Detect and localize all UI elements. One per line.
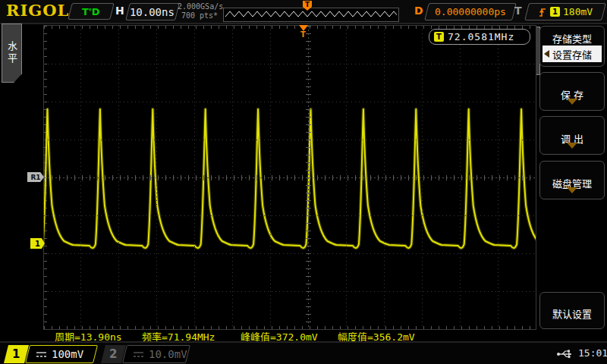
trigger-status-text: T'D	[82, 6, 100, 17]
gridline	[44, 215, 536, 216]
clock: 15:01	[578, 347, 607, 359]
gridline	[44, 140, 536, 140]
ch1-scale-value: 100mV	[52, 348, 83, 360]
reference-position-marker[interactable]: R1	[27, 172, 44, 182]
sample-rate: 2.000GSa/s	[178, 2, 222, 11]
ch2-scale-indicator[interactable]: 10.0mV	[122, 345, 190, 363]
ch1-scale-indicator[interactable]: 100mV	[25, 345, 98, 363]
memory-depth: 700 pts*	[178, 11, 222, 20]
waveform-display-area	[43, 25, 536, 330]
dc-coupling-icon	[133, 351, 144, 358]
gridline	[44, 253, 536, 254]
storage-type-label: 存储类型	[540, 31, 604, 46]
frequency-counter: T 72.0581MHz	[429, 29, 530, 45]
timebase-badge[interactable]: 10.00ns	[125, 3, 180, 20]
menu-item-storage-type[interactable]: 存储类型 设置存储	[539, 26, 605, 67]
usb-icon	[556, 349, 574, 359]
trigger-settings-badge[interactable]: 1 180mV	[524, 3, 606, 20]
tab-horizontal-menu[interactable]: 水平	[2, 24, 22, 83]
menu-item-disk-manage[interactable]: 磁盘管理	[539, 161, 605, 199]
acquisition-info: 2.000GSa/s 700 pts*	[178, 2, 222, 20]
menu-item-save[interactable]: 保 存	[539, 72, 605, 111]
trigger-source-chip: 1	[550, 7, 560, 17]
gridline	[44, 102, 536, 102]
chevron-down-icon	[567, 99, 577, 105]
delay-label: D	[414, 5, 423, 17]
menu-item-default-setup[interactable]: 默认设置	[539, 292, 605, 329]
left-arrow-icon	[544, 50, 549, 58]
delay-badge[interactable]: 0.00000000ps	[424, 3, 517, 20]
trigger-level-value: 180mV	[563, 6, 593, 17]
gridline	[44, 64, 536, 64]
horizontal-label: H	[115, 5, 124, 17]
menu-item-recall[interactable]: 调 出	[539, 116, 605, 155]
gridline	[44, 291, 536, 292]
oscilloscope-screen: RIGOL T'D H 10.00ns 2.000GSa/s 700 pts* …	[0, 0, 607, 364]
top-status-bar: RIGOL T'D H 10.00ns 2.000GSa/s 700 pts* …	[0, 0, 607, 24]
chevron-down-icon	[567, 187, 577, 193]
memory-waveform-bar[interactable]	[223, 8, 399, 22]
storage-type-value[interactable]: 设置存储	[543, 46, 602, 62]
delay-value: 0.00000000ps	[435, 6, 506, 17]
trigger-position-t-label: T	[300, 30, 306, 39]
dc-coupling-icon	[36, 351, 47, 358]
timebase-value: 10.00ns	[130, 6, 175, 18]
trigger-label: T	[514, 5, 522, 17]
chevron-down-icon	[567, 143, 577, 149]
counter-source-chip: T	[434, 32, 444, 42]
bottom-channel-bar: 1 100mV 2 10.0mV	[0, 341, 607, 364]
rising-edge-icon	[538, 7, 547, 17]
trigger-status-badge: T'D	[68, 3, 114, 20]
default-setup-label: 默认设置	[540, 306, 604, 321]
memory-waveform-icon	[224, 8, 397, 20]
gridline	[44, 175, 536, 180]
rigol-logo: RIGOL	[6, 1, 69, 20]
ch2-scale-value: 10.0mV	[149, 348, 187, 360]
counter-value: 72.0581MHz	[448, 31, 514, 42]
